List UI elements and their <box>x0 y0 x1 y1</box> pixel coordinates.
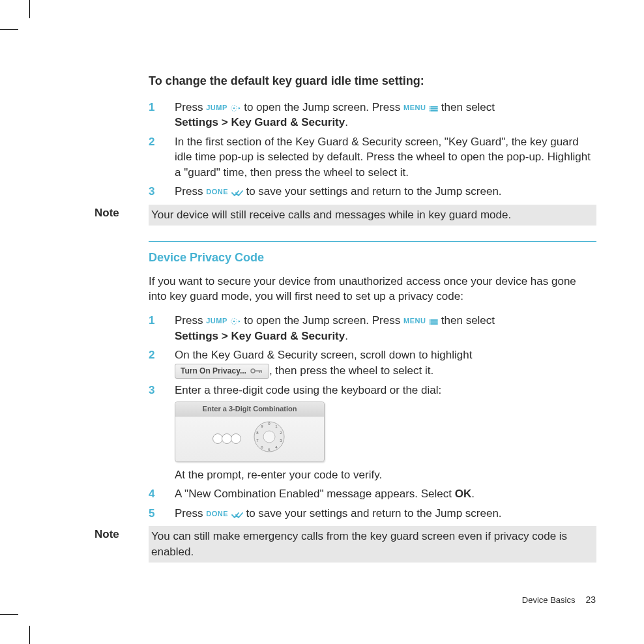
note-label: Note <box>95 205 149 220</box>
intro-paragraph: If you want to secure your device from u… <box>149 274 596 304</box>
text: then select <box>441 314 495 327</box>
steps-list-1: 1 Press JUMP to open the Jump screen. Pr… <box>149 100 596 199</box>
code-slot[interactable] <box>231 433 241 444</box>
step-body: A "New Combination Enabled" message appe… <box>175 486 596 501</box>
section-rule <box>149 241 596 242</box>
step-row: 2 On the Key Guard & Security screen, sc… <box>149 347 596 378</box>
crop-mark <box>0 29 18 30</box>
bold-ok: OK <box>455 488 472 500</box>
menu-keycap: MENU <box>403 317 426 325</box>
text: . <box>345 116 348 128</box>
page-footer: Device Basics 23 <box>522 594 596 605</box>
text: . <box>471 488 475 500</box>
svg-point-15 <box>429 324 430 325</box>
page-number: 23 <box>585 594 596 605</box>
text: to open the Jump screen. Press <box>244 314 403 327</box>
rotary-dial-icon[interactable]: 0 1 2 3 4 5 6 7 8 9 <box>253 420 285 457</box>
svg-point-21 <box>263 431 275 443</box>
step-row: 1 Press JUMP to open the Jump screen. Pr… <box>149 313 596 344</box>
text: then select <box>441 101 495 113</box>
text: A "New Combination Enabled" message appe… <box>175 488 455 500</box>
steps-list-2: 1 Press JUMP to open the Jump screen. Pr… <box>149 313 596 521</box>
svg-point-14 <box>429 322 430 323</box>
section-heading: To change the default key guard idle tim… <box>149 74 596 88</box>
footer-section: Device Basics <box>522 595 576 605</box>
jump-keycap: JUMP <box>206 104 227 111</box>
code-slots <box>214 433 241 444</box>
svg-point-6 <box>429 108 430 110</box>
svg-point-16 <box>251 369 255 373</box>
done-icon <box>231 190 243 196</box>
jump-icon <box>230 317 241 325</box>
svg-point-13 <box>429 320 430 321</box>
step-body: Enter a three-digit code using the keybo… <box>175 383 596 483</box>
text: . <box>345 330 348 342</box>
step-row: 3 Enter a three-digit code using the key… <box>149 383 596 483</box>
text: Press <box>175 507 206 520</box>
step-number: 1 <box>149 313 175 344</box>
content-area: To change the default key guard idle tim… <box>95 74 596 578</box>
step-row: 5 Press DONE to save your settings and r… <box>149 506 596 521</box>
turn-on-privacy-button[interactable]: Turn On Privacy... <box>175 364 269 379</box>
step-row: 1 Press JUMP to open the Jump screen. Pr… <box>149 100 596 130</box>
menu-keycap: MENU <box>403 104 426 111</box>
page: To change the default key guard idle tim… <box>0 0 644 644</box>
text: At the prompt, re-enter your code to ver… <box>175 467 596 482</box>
chip-label: Turn On Privacy... <box>181 366 246 377</box>
jump-icon <box>230 104 241 112</box>
done-icon <box>231 512 243 518</box>
crop-mark <box>0 614 18 615</box>
menu-icon <box>429 319 438 325</box>
text: , then press the wheel to select it. <box>269 364 433 377</box>
text: Enter a three-digit code using the keybo… <box>175 384 441 396</box>
step-body: Press JUMP to open the Jump screen. Pres… <box>175 313 596 344</box>
step-number: 3 <box>149 184 175 199</box>
note-body: You can still make emergency calls from … <box>149 526 596 563</box>
svg-point-5 <box>429 106 430 108</box>
step-row: 4 A "New Combination Enabled" message ap… <box>149 486 596 501</box>
subsection-title: Device Privacy Code <box>149 251 596 265</box>
crop-mark <box>29 626 30 644</box>
bold-path: Settings > Key Guard & Security <box>175 116 345 128</box>
step-number: 3 <box>149 383 175 483</box>
step-body: Press JUMP to open the Jump screen. Pres… <box>175 100 596 130</box>
bold-path: Settings > Key Guard & Security <box>175 330 345 342</box>
text: to open the Jump screen. Press <box>244 101 403 113</box>
step-number: 1 <box>149 100 175 130</box>
svg-point-7 <box>429 110 430 111</box>
crop-mark <box>29 0 30 18</box>
done-keycap: DONE <box>206 188 228 196</box>
step-row: 3 Press DONE to save your settings and r… <box>149 184 596 199</box>
step-body: On the Key Guard & Security screen, scro… <box>175 347 596 378</box>
note-label: Note <box>95 526 149 541</box>
dialog-title: Enter a 3-Digit Combination <box>175 402 324 417</box>
dialog-body: 0 1 2 3 4 5 6 7 8 9 <box>175 417 324 457</box>
done-keycap: DONE <box>206 510 228 518</box>
key-icon <box>250 368 263 374</box>
combination-dialog: Enter a 3-Digit Combination <box>175 402 325 462</box>
step-number: 2 <box>149 134 175 180</box>
step-number: 5 <box>149 506 175 521</box>
text: On the Key Guard & Security screen, scro… <box>175 349 472 361</box>
jump-keycap: JUMP <box>206 317 227 325</box>
note-block: Note Your device will still receive call… <box>95 205 596 226</box>
svg-point-9 <box>233 321 235 323</box>
menu-icon <box>429 106 438 112</box>
step-number: 2 <box>149 347 175 378</box>
text: to save your settings and return to the … <box>246 507 501 520</box>
text: Press <box>175 185 206 198</box>
step-body: Press DONE to save your settings and ret… <box>175 184 596 199</box>
step-body: In the first section of the Key Guard & … <box>175 134 596 180</box>
step-number: 4 <box>149 486 175 501</box>
text: Press <box>175 101 206 113</box>
step-body: Press DONE to save your settings and ret… <box>175 506 596 521</box>
svg-point-1 <box>233 108 235 110</box>
note-body: Your device will still receive calls and… <box>149 205 596 226</box>
text: Press <box>175 314 206 327</box>
text: to save your settings and return to the … <box>246 185 501 198</box>
note-block: Note You can still make emergency calls … <box>95 526 596 563</box>
step-row: 2 In the first section of the Key Guard … <box>149 134 596 180</box>
